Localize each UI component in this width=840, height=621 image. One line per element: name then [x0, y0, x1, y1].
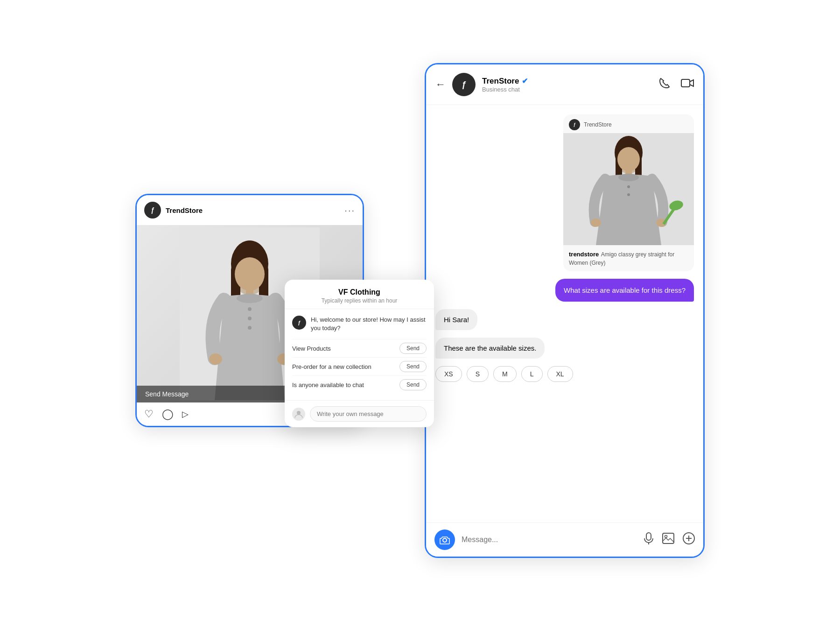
size-xs[interactable]: XS: [435, 366, 462, 382]
chat-option-1-send[interactable]: Send: [399, 343, 427, 354]
plus-add-icon[interactable]: [683, 532, 695, 547]
size-m[interactable]: M: [493, 366, 517, 382]
svg-rect-32: [663, 533, 674, 543]
chat-option-2-send[interactable]: Send: [399, 361, 427, 372]
size-l[interactable]: L: [521, 366, 543, 382]
ig-more-dots[interactable]: ···: [344, 205, 355, 216]
product-card: ƒ TrendStore: [563, 114, 694, 271]
product-card-store-name: TrendStore: [584, 121, 612, 128]
phone-call-icon[interactable]: [658, 77, 671, 92]
back-arrow-icon[interactable]: ←: [435, 78, 446, 91]
svg-point-8: [209, 353, 222, 365]
chat-popup-title: VF Clothing: [292, 288, 427, 296]
chat-option-3-label: Is anyone available to chat: [292, 381, 364, 388]
messenger-name: TrenStore ✔: [482, 77, 652, 86]
ig-username: TrendStore: [166, 206, 203, 214]
video-call-icon[interactable]: [681, 78, 694, 91]
chat-popup-body: ƒ Hi, welcome to our store! How may I as…: [285, 309, 434, 400]
svg-point-7: [237, 294, 263, 303]
image-attach-icon[interactable]: [662, 533, 674, 547]
microphone-icon[interactable]: [644, 532, 654, 547]
chat-popup-avatar: ƒ: [292, 316, 306, 330]
chat-input-avatar-icon: [292, 408, 305, 421]
chat-option-2-label: Pre-order for a new collection: [292, 363, 371, 370]
svg-point-24: [591, 219, 601, 227]
chat-popup-message: ƒ Hi, welcome to our store! How may I as…: [292, 316, 427, 332]
messenger-info: TrenStore ✔ Business chat: [482, 77, 652, 93]
svg-point-10: [248, 307, 252, 311]
chat-option-3-send[interactable]: Send: [399, 379, 427, 390]
product-caption: trendstore Amigo classy grey straight fo…: [563, 245, 694, 271]
product-card-avatar: ƒ: [569, 119, 580, 130]
svg-point-33: [665, 536, 667, 538]
right-section: ← ƒ TrenStore ✔ Business chat: [425, 63, 705, 558]
left-section: ƒ TrendStore ···: [135, 194, 397, 427]
svg-point-11: [248, 317, 252, 320]
ig-avatar: ƒ: [144, 202, 161, 219]
messenger-header: ← ƒ TrenStore ✔ Business chat: [426, 64, 703, 105]
ig-header-left: ƒ TrendStore: [144, 202, 203, 219]
bot-message-2: These are the available sizes.: [435, 338, 545, 359]
size-s[interactable]: S: [467, 366, 489, 382]
message-input-field[interactable]: [462, 536, 637, 544]
chat-option-1-label: View Products: [292, 345, 331, 352]
messenger-phone: ← ƒ TrenStore ✔ Business chat: [425, 63, 705, 558]
svg-point-23: [618, 174, 639, 181]
svg-point-29: [443, 538, 447, 542]
messenger-input-bar: [426, 522, 703, 557]
chat-popup-subtitle: Typically replies within an hour: [292, 297, 427, 304]
svg-point-21: [617, 147, 640, 171]
svg-point-5: [235, 257, 265, 291]
messenger-store-name: TrenStore: [482, 77, 519, 86]
svg-point-14: [297, 411, 301, 415]
messenger-header-icons: [658, 77, 694, 92]
messenger-chat-body: ƒ TrendStore: [426, 105, 703, 522]
svg-rect-15: [681, 79, 690, 87]
svg-point-27: [627, 193, 630, 196]
chat-option-3: Is anyone available to chat Send: [292, 375, 427, 394]
size-xl[interactable]: XL: [547, 366, 573, 382]
input-icons: [644, 532, 695, 547]
verified-badge-icon: ✔: [522, 77, 528, 85]
messenger-avatar-letter: ƒ: [462, 80, 466, 90]
product-bold-name: trendstore: [569, 251, 599, 258]
ig-avatar-letter: ƒ: [151, 206, 154, 214]
svg-point-12: [248, 326, 252, 330]
ig-header: ƒ TrendStore ···: [137, 195, 363, 225]
camera-button[interactable]: [434, 529, 455, 550]
chat-option-1: View Products Send: [292, 339, 427, 357]
size-buttons-row: XS S M L XL: [435, 366, 573, 382]
user-message-bubble: What sizes are available for this dress?: [555, 279, 694, 302]
messenger-avatar: ƒ: [452, 73, 476, 96]
bot-message-1: Hi Sara!: [435, 309, 477, 330]
share-icon[interactable]: ▷: [182, 409, 189, 419]
chat-option-2: Pre-order for a new collection Send: [292, 357, 427, 375]
comment-icon[interactable]: ◯: [162, 408, 174, 420]
like-icon[interactable]: ♡: [144, 408, 154, 420]
svg-rect-30: [646, 533, 651, 540]
chat-popup-header: VF Clothing Typically replies within an …: [285, 280, 434, 309]
chat-input-row: [285, 400, 434, 427]
product-image-area: [563, 133, 694, 245]
chat-write-own-input[interactable]: [310, 406, 427, 422]
send-message-label: Send Message: [145, 390, 189, 398]
main-container: ƒ TrendStore ···: [0, 0, 840, 621]
chat-popup: VF Clothing Typically replies within an …: [285, 280, 434, 427]
product-card-header: ƒ TrendStore: [563, 114, 694, 133]
chat-popup-greeting: Hi, welcome to our store! How may I assi…: [311, 316, 427, 332]
svg-point-26: [627, 185, 630, 188]
messenger-status: Business chat: [482, 86, 652, 93]
